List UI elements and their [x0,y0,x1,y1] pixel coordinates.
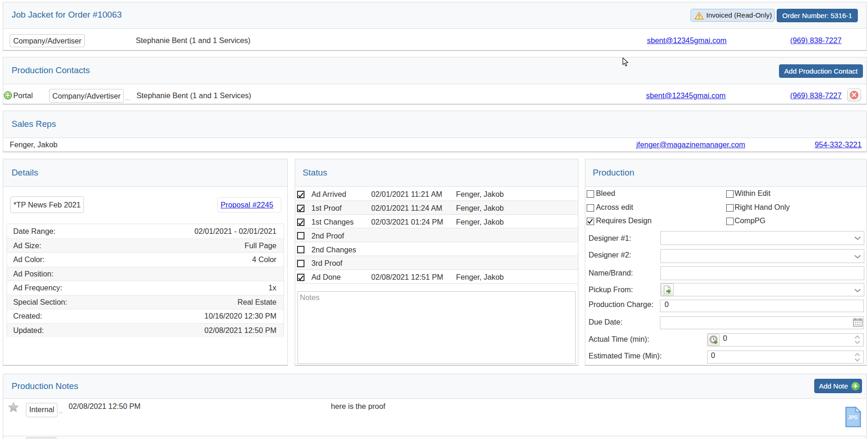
svg-text:JPG: JPG [848,414,858,420]
